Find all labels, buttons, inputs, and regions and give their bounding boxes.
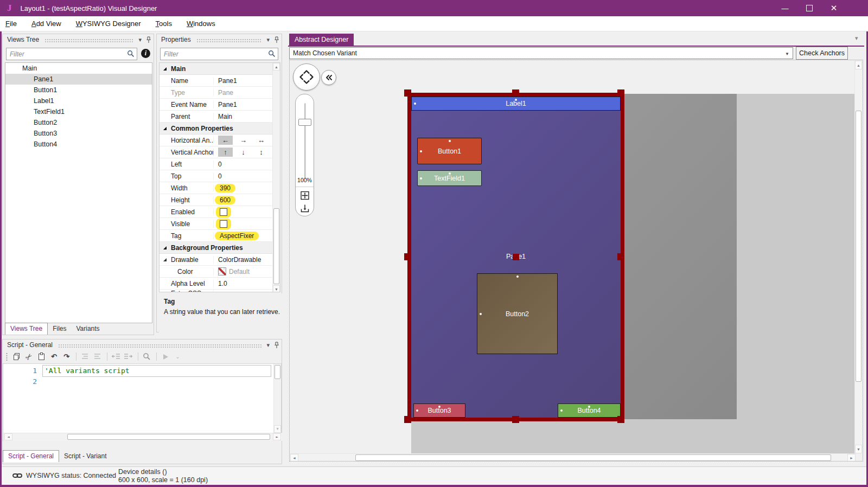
paste-icon[interactable] — [36, 352, 47, 362]
zoom-slider-track[interactable] — [304, 103, 306, 179]
collapse-controls-button[interactable] — [321, 70, 336, 85]
scrollbar-thumb[interactable] — [67, 434, 270, 440]
properties-scrollbar[interactable]: ▲ ▼ — [272, 63, 280, 292]
scrollbar-thumb[interactable] — [856, 111, 861, 382]
zoom-slider-handle[interactable] — [298, 119, 311, 126]
tree-item-label1[interactable]: Label1 — [5, 95, 152, 106]
scroll-left-icon[interactable]: ◄ — [290, 454, 298, 462]
anchor-bottom-button[interactable]: ↓ — [236, 148, 251, 157]
property-value[interactable]: 0 — [214, 161, 280, 168]
tree-item-button3[interactable]: Button3 — [5, 128, 152, 139]
variant-dropdown[interactable]: Match Chosen Variant ▼ — [289, 47, 793, 59]
canvas-horizontal-scrollbar[interactable]: ◄ ► — [290, 453, 856, 462]
enabled-checkbox[interactable] — [220, 208, 227, 216]
chevron-down-icon[interactable]: ▾ — [138, 36, 142, 43]
color-swatch-icon[interactable] — [218, 267, 226, 275]
views-tree-filter-input[interactable] — [6, 48, 137, 60]
menu-tools[interactable]: Tools — [156, 20, 172, 28]
pan-control[interactable] — [293, 63, 320, 91]
menu-wysiwyg-designer[interactable]: WYSIWYG Designer — [76, 20, 141, 28]
search-icon[interactable] — [127, 50, 135, 59]
scroll-right-icon[interactable]: ► — [847, 454, 856, 462]
expander-icon[interactable] — [163, 127, 167, 130]
property-value[interactable]: Pane1 — [214, 77, 280, 85]
highlighted-value[interactable]: AspectFixer — [215, 232, 259, 240]
code-editor[interactable]: 1 'All variants script 2 ▼ ◄ ► — [3, 363, 282, 441]
maximize-button[interactable] — [797, 0, 821, 16]
menu-add-view[interactable]: Add View — [31, 20, 61, 28]
property-value[interactable]: Main — [214, 113, 280, 120]
tree-item-pane1[interactable]: Pane1 — [5, 74, 152, 85]
title-bar[interactable]: J Layout1 - (testAspectRatio) Visual Des… — [0, 0, 868, 16]
tab-script-general[interactable]: Script - General — [3, 450, 59, 462]
property-value[interactable]: 1.0 — [214, 280, 280, 287]
highlighted-value[interactable]: 600 — [215, 196, 235, 204]
scrollbar-thumb[interactable] — [355, 454, 831, 461]
section-header-main[interactable]: Main — [159, 63, 280, 75]
tab-script-variant[interactable]: Script - Variant — [59, 451, 111, 462]
property-value[interactable]: ColorDrawable — [214, 256, 280, 264]
expander-icon[interactable] — [163, 258, 167, 261]
properties-filter-input[interactable] — [160, 48, 278, 60]
canvas-vertical-scrollbar[interactable]: ▲ ▼ — [854, 61, 862, 453]
anchor-vboth-button[interactable]: ↕ — [254, 148, 269, 157]
property-value[interactable]: 0 — [214, 172, 280, 180]
toolbar-overflow-icon[interactable]: ⌄ — [172, 352, 183, 362]
chevron-down-icon[interactable]: ▾ — [266, 342, 270, 349]
tree-item-main[interactable]: Main — [5, 63, 152, 74]
scroll-down-icon[interactable]: ▼ — [855, 445, 862, 453]
visible-checkbox[interactable] — [220, 220, 227, 228]
editor-horizontal-scrollbar[interactable]: ◄ ► — [3, 433, 282, 441]
scroll-left-icon[interactable]: ◄ — [4, 433, 12, 440]
scroll-right-icon[interactable]: ► — [273, 433, 281, 440]
tree-item-button1[interactable]: Button1 — [5, 85, 152, 95]
chevron-down-icon[interactable]: ▾ — [855, 35, 858, 42]
tree-item-textfield1[interactable]: TextField1 — [5, 106, 152, 117]
close-button[interactable]: ✕ — [822, 0, 846, 16]
editor-vertical-scrollbar[interactable]: ▼ — [273, 364, 281, 433]
resize-handle-top-middle[interactable] — [512, 89, 519, 97]
fit-to-screen-button[interactable] — [300, 191, 309, 202]
check-anchors-button[interactable]: Check Anchors — [796, 47, 848, 60]
property-value[interactable]: Default — [229, 268, 250, 275]
resize-handle-middle-right[interactable] — [617, 253, 624, 260]
chevron-down-icon[interactable]: ▾ — [266, 36, 270, 43]
expander-icon[interactable] — [163, 67, 167, 71]
tab-variants[interactable]: Variants — [71, 323, 104, 335]
tab-views-tree[interactable]: Views Tree — [5, 323, 48, 335]
copy-icon[interactable] — [11, 352, 22, 362]
tab-files[interactable]: Files — [48, 323, 71, 335]
highlighted-value[interactable]: 390 — [215, 184, 235, 193]
designer-canvas[interactable]: Label1 Button1 TextField1 Button2 Button… — [289, 60, 863, 462]
resize-handle-bottom-left[interactable] — [404, 416, 411, 423]
search-icon[interactable] — [141, 352, 152, 362]
expander-icon[interactable] — [163, 246, 167, 249]
resize-handle-bottom-right[interactable] — [617, 416, 624, 423]
anchor-top-button[interactable]: ↑ — [218, 148, 233, 157]
property-value[interactable]: Pane1 — [214, 101, 280, 108]
minimize-button[interactable]: — — [773, 0, 797, 16]
section-header-common[interactable]: Common Properties — [159, 123, 280, 134]
undo-icon[interactable]: ↶ — [48, 352, 60, 362]
scroll-down-icon[interactable]: ▼ — [273, 285, 280, 292]
scroll-down-icon[interactable]: ▼ — [274, 425, 281, 433]
move-handle-center[interactable] — [513, 254, 519, 260]
menu-windows[interactable]: Windows — [187, 20, 215, 28]
redo-icon[interactable]: ↷ — [61, 352, 72, 362]
scrollbar-thumb[interactable] — [275, 365, 280, 379]
cut-icon[interactable]: ✂ — [22, 349, 37, 364]
resize-handle-bottom-middle[interactable] — [512, 416, 519, 423]
scroll-up-icon[interactable]: ▲ — [855, 61, 862, 69]
anchor-right-button[interactable]: → — [236, 136, 251, 145]
toolbar-grip[interactable] — [6, 353, 8, 361]
tab-abstract-designer[interactable]: Abstract Designer — [289, 34, 354, 46]
pin-icon[interactable] — [146, 36, 151, 43]
info-icon[interactable]: i — [141, 49, 150, 58]
tree-item-button2[interactable]: Button2 — [5, 117, 152, 128]
resize-handle-middle-left[interactable] — [404, 253, 411, 260]
section-header-background[interactable]: Background Properties — [159, 242, 280, 254]
scrollbar-thumb[interactable] — [273, 208, 279, 284]
resize-handle-top-right[interactable] — [617, 89, 624, 97]
menu-file[interactable]: File — [5, 20, 17, 28]
pin-icon[interactable] — [274, 342, 279, 349]
